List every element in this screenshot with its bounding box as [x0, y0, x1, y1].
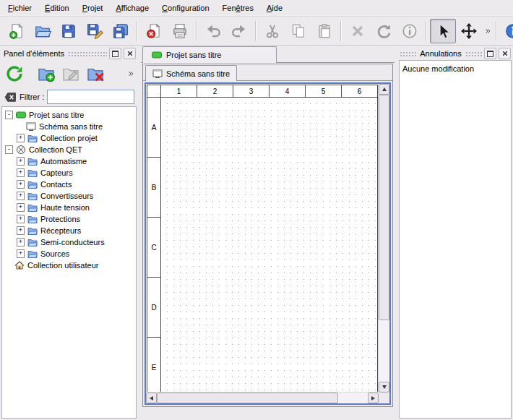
- close-elements-panel-button[interactable]: [124, 48, 136, 59]
- save-all-button[interactable]: [108, 19, 134, 43]
- rotate-button: [371, 19, 397, 43]
- expand-toggle[interactable]: +: [17, 157, 25, 166]
- schema-tabbar: Schéma sans titre: [143, 64, 392, 81]
- menu-item-fenetres[interactable]: Fenêtres: [216, 0, 260, 16]
- pan-mode-button[interactable]: [456, 19, 482, 43]
- tree-item[interactable]: +Collection projet: [2, 132, 136, 144]
- menu-item-fichier[interactable]: Fichier: [1, 0, 38, 16]
- menu-item-edition[interactable]: Édition: [38, 0, 76, 16]
- elements-panel-dock: Panel d'éléments Filtrer : -Projet sans …: [0, 46, 138, 420]
- toolbar-separator: [496, 21, 497, 41]
- scroll-up-button[interactable]: [379, 84, 389, 95]
- tree-item-label: Semi-conducteurs: [40, 238, 105, 247]
- print-button[interactable]: [167, 19, 193, 43]
- column-headers: 123456: [147, 85, 377, 98]
- tree-item[interactable]: -Projet sans titre: [2, 109, 136, 121]
- folder-icon: [27, 237, 38, 247]
- tree-item[interactable]: +Contacts: [2, 179, 136, 190]
- close-undo-panel-button[interactable]: [499, 48, 511, 59]
- toolbar-separator: [137, 21, 138, 41]
- tree-item[interactable]: +Automatisme: [2, 155, 136, 167]
- close-file-button[interactable]: [141, 19, 167, 43]
- toolbar-separator: [255, 21, 256, 41]
- tree-item[interactable]: +Haute tension: [2, 202, 136, 213]
- save-all-icon: [112, 22, 129, 40]
- tree-item[interactable]: +Récepteurs: [2, 225, 136, 236]
- reload-collections-button[interactable]: [2, 61, 27, 86]
- schema-tab[interactable]: Schéma sans titre: [145, 65, 237, 81]
- tree-item[interactable]: Collection utilisateur: [2, 260, 136, 271]
- expand-toggle[interactable]: +: [17, 180, 25, 189]
- tree-item[interactable]: +Convertisseurs: [2, 190, 136, 202]
- folder-icon: [27, 202, 38, 213]
- mode-toolbar-extension-button[interactable]: [482, 20, 493, 43]
- up-arrow-icon: [382, 85, 387, 91]
- expand-toggle[interactable]: +: [17, 134, 25, 142]
- folder-icon: [27, 179, 38, 189]
- project-tab[interactable]: Projet sans titre: [142, 46, 277, 63]
- tree-item[interactable]: -Collection QET: [2, 144, 136, 155]
- row-label: B: [147, 158, 160, 218]
- expand-toggle[interactable]: +: [17, 226, 25, 235]
- delete-button: [345, 19, 371, 43]
- menu-item-aide[interactable]: Aide: [260, 0, 289, 16]
- horizontal-scroll-thumb[interactable]: [157, 393, 338, 403]
- expand-toggle[interactable]: +: [17, 203, 25, 212]
- mdi-workspace: Schéma sans titre 123456 ABCDE: [141, 63, 395, 420]
- vertical-scroll-thumb[interactable]: [379, 95, 389, 320]
- project-tab-label: Projet sans titre: [166, 51, 221, 59]
- scroll-down-button[interactable]: [379, 382, 389, 393]
- clear-filter-button[interactable]: [4, 91, 17, 103]
- scroll-left-button[interactable]: [146, 393, 157, 403]
- menu-item-affichage[interactable]: Affichage: [109, 0, 155, 16]
- elements-panel-titlebar[interactable]: Panel d'éléments: [0, 46, 138, 60]
- close-icon: [127, 51, 133, 56]
- save-button[interactable]: [56, 19, 82, 43]
- tree-item[interactable]: +Protections: [2, 213, 136, 225]
- column-label: 6: [341, 85, 377, 97]
- main-toolbar: [0, 17, 513, 46]
- tree-item[interactable]: +Sources: [2, 248, 136, 260]
- menu-item-configuration[interactable]: Configuration: [155, 0, 215, 16]
- undo-panel-titlebar[interactable]: Annulations: [397, 46, 513, 60]
- expander-spacer: [17, 123, 25, 131]
- row-label: D: [147, 278, 160, 338]
- scroll-track[interactable]: [338, 393, 368, 403]
- tree-item[interactable]: +Semi-conducteurs: [2, 236, 136, 248]
- row-label: E: [147, 338, 160, 393]
- menu-item-projet[interactable]: Projet: [76, 0, 110, 16]
- expand-toggle[interactable]: +: [17, 238, 25, 247]
- select-mode-button[interactable]: [430, 19, 456, 43]
- new-element-button[interactable]: [34, 61, 59, 86]
- tree-item[interactable]: Schéma sans titre: [2, 121, 136, 132]
- horizontal-scrollbar[interactable]: [146, 392, 379, 403]
- undo-list-item[interactable]: Aucune modification: [402, 63, 508, 74]
- collapse-toggle[interactable]: -: [5, 145, 13, 154]
- float-undo-panel-button[interactable]: [484, 48, 496, 59]
- expand-toggle[interactable]: +: [17, 192, 25, 200]
- scroll-right-button[interactable]: [368, 393, 379, 403]
- schema-canvas[interactable]: 123456 ABCDE: [146, 84, 379, 393]
- folder-icon: [27, 191, 38, 201]
- new-project-button[interactable]: [4, 19, 30, 43]
- select-arrow-icon: [434, 22, 452, 40]
- collapse-toggle[interactable]: -: [5, 111, 13, 119]
- folder-icon: [27, 156, 38, 166]
- tree-item[interactable]: +Capteurs: [2, 167, 136, 179]
- delete-element-button[interactable]: [83, 61, 108, 86]
- qet-icon: [16, 145, 26, 155]
- save-as-button[interactable]: [82, 19, 108, 43]
- expand-toggle[interactable]: +: [17, 215, 25, 223]
- open-project-button[interactable]: [30, 19, 56, 43]
- expand-toggle[interactable]: +: [17, 168, 25, 177]
- close-icon: [502, 51, 508, 56]
- tree-item-label: Collection projet: [40, 134, 98, 142]
- diagram-info-button[interactable]: [500, 19, 513, 43]
- column-label: 3: [233, 85, 269, 97]
- expand-toggle[interactable]: +: [17, 249, 25, 258]
- vertical-scrollbar[interactable]: [378, 84, 389, 393]
- float-elements-panel-button[interactable]: [109, 48, 121, 59]
- panel-toolbar-extension-button[interactable]: [125, 62, 136, 85]
- tree-item-label: Récepteurs: [40, 226, 81, 235]
- filter-input[interactable]: [47, 90, 134, 104]
